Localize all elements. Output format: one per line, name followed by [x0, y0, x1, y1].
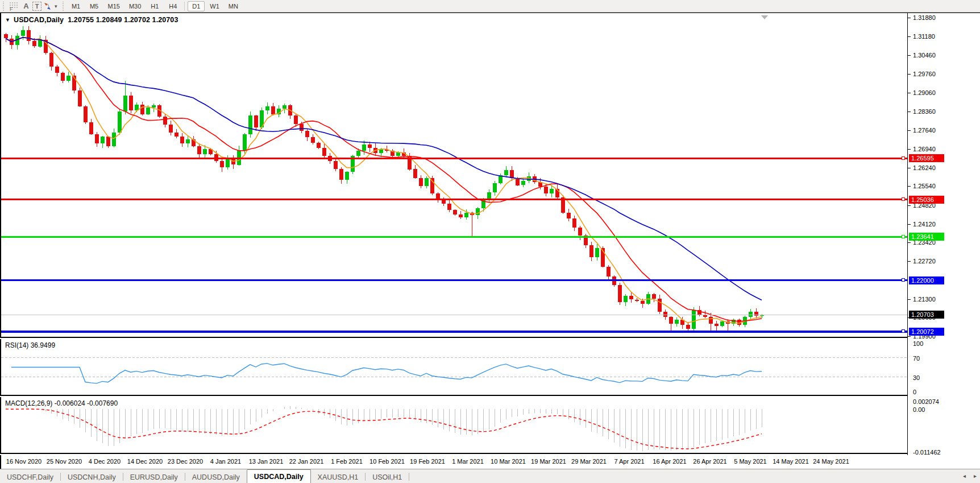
current-price-badge: 1.20703	[909, 311, 944, 319]
price-tick-label: 1.25540	[913, 183, 936, 189]
date-tick-label: 14 May 2021	[773, 458, 809, 465]
price-tick-label: 1.27640	[913, 127, 936, 134]
text-icon[interactable]: A	[20, 1, 32, 11]
date-tick-label: 14 Dec 2020	[127, 458, 163, 465]
support-resistance-line[interactable]	[1, 158, 907, 159]
date-tick-label: 10 Mar 2021	[491, 458, 526, 465]
macd-tick-label: 0.00	[913, 406, 925, 413]
date-tick-label: 19 Mar 2021	[531, 458, 566, 465]
chart-title-ohlc: 1.20755 1.20849 1.20702 1.20703	[68, 16, 178, 24]
timeframe-toolbar: M1M5M15M30H1H4D1W1MN	[67, 1, 243, 11]
chart-tab-usoil[interactable]: USOil,H1	[366, 471, 409, 483]
date-tick-label: 25 Nov 2020	[47, 458, 82, 465]
line-handle[interactable]	[902, 278, 905, 282]
rsi-panel[interactable]: RSI(14) 36.9499	[0, 339, 907, 396]
price-tick-label: 1.24120	[913, 221, 936, 228]
candlestick-plot	[1, 13, 907, 338]
timeframe-button-m15[interactable]: M15	[104, 1, 124, 11]
date-tick-label: 22 Jan 2021	[289, 458, 324, 465]
price-tick-label: 1.29060	[913, 89, 936, 96]
macd-panel[interactable]: MACD(12,26,9) -0.006024 -0.007690	[0, 397, 907, 454]
mt4-terminal: { "toolbar": { "icons": [ {"name": "fibo…	[0, 0, 980, 483]
date-tick-label: 29 Mar 2021	[571, 458, 607, 465]
chart-tab-usdchf[interactable]: USDCHF,Daily	[0, 471, 60, 483]
line-handle[interactable]	[902, 156, 905, 160]
svg-text:F: F	[10, 6, 13, 11]
price-tick-label: 1.26240	[913, 164, 936, 171]
support-resistance-line[interactable]	[1, 236, 907, 238]
date-tick-label: 13 Jan 2021	[249, 458, 284, 465]
date-tick-label: 4 Jan 2021	[210, 458, 241, 465]
macd-plot	[1, 397, 907, 454]
price-tick-label: 1.29760	[913, 71, 936, 77]
line-handle[interactable]	[902, 197, 905, 201]
arrows-dropdown-caret[interactable]: ▾	[55, 3, 57, 9]
chart-shift-marker-icon[interactable]	[761, 15, 768, 19]
price-tick-label: 1.30460	[913, 52, 936, 59]
toolbar-grip-2[interactable]	[61, 2, 65, 11]
tab-separator	[409, 473, 409, 481]
line-handle[interactable]	[902, 235, 905, 238]
toolbar-separator	[184, 2, 185, 11]
chart-tab-eurusd[interactable]: EURUSD,Daily	[123, 471, 185, 483]
price-tick-label: 1.22720	[913, 258, 936, 265]
arrows-icon[interactable]	[41, 1, 54, 11]
date-tick-label: 23 Dec 2020	[168, 458, 203, 465]
price-level-badge: 1.26595	[909, 154, 944, 162]
date-axis[interactable]: 16 Nov 202025 Nov 20204 Dec 202014 Dec 2…	[0, 455, 907, 469]
date-tick-label: 16 Apr 2021	[653, 458, 686, 465]
text-label-icon[interactable]: T	[32, 2, 41, 11]
price-level-badge: 1.25036	[909, 196, 944, 204]
date-tick-label: 1 Mar 2021	[452, 458, 484, 465]
rsi-tick-label: 100	[913, 340, 923, 347]
price-level-badge: 1.23641	[909, 233, 944, 241]
macd-tick-label: -0.011462	[913, 449, 941, 456]
chart-tab-audusd[interactable]: AUDUSD,Daily	[185, 471, 247, 483]
date-tick-label: 10 Feb 2021	[369, 458, 405, 465]
support-resistance-line[interactable]	[1, 199, 907, 200]
rsi-plot	[1, 339, 907, 396]
main-price-chart[interactable]: ▼USDCAD,Daily 1.20755 1.20849 1.20702 1.…	[0, 13, 907, 338]
chart-title-symbol: USDCAD,Daily	[14, 16, 64, 24]
tab-scroll-right-icon[interactable]: ▸	[974, 473, 977, 480]
price-tick-label: 1.26940	[913, 146, 936, 152]
tab-scroll-left-icon[interactable]: ◂	[963, 473, 966, 480]
chart-tab-xauusd[interactable]: XAUUSD,H1	[311, 471, 366, 483]
fibonacci-icon[interactable]: F	[7, 1, 20, 11]
price-tick-label: 1.31180	[913, 33, 935, 40]
tab-scroll-controls: ◂ ▸	[963, 473, 977, 480]
price-level-badge: 1.20072	[909, 328, 944, 336]
timeframe-button-h4[interactable]: H4	[164, 1, 181, 11]
rsi-tick-label: 30	[913, 374, 920, 381]
top-toolbar: F A T ▾ M1M5M15M30H1H4D1W1MN	[0, 0, 980, 13]
support-resistance-line[interactable]	[1, 279, 907, 281]
price-tick-label: 1.28360	[913, 108, 936, 115]
toolbar-grip[interactable]	[2, 2, 6, 11]
date-tick-label: 16 Nov 2020	[6, 458, 41, 465]
price-level-badge: 1.22000	[909, 276, 944, 284]
line-handle[interactable]	[902, 329, 905, 333]
chart-tab-usdcnh[interactable]: USDCNH,Daily	[61, 471, 123, 483]
timeframe-button-mn[interactable]: MN	[225, 1, 242, 11]
timeframe-button-d1[interactable]: D1	[188, 1, 205, 11]
timeframe-button-m1[interactable]: M1	[68, 1, 85, 11]
date-tick-label: 19 Feb 2021	[410, 458, 445, 465]
chart-title: ▼USDCAD,Daily 1.20755 1.20849 1.20702 1.…	[5, 16, 178, 24]
rsi-tick-label: 70	[913, 355, 920, 362]
timeframe-button-m30[interactable]: M30	[125, 1, 145, 11]
current-price-line	[1, 315, 907, 315]
timeframe-button-m5[interactable]: M5	[86, 1, 103, 11]
date-tick-label: 5 May 2021	[734, 458, 766, 465]
chart-tab-usdcad[interactable]: USDCAD,Daily	[247, 469, 311, 483]
date-tick-label: 24 May 2021	[813, 458, 849, 465]
price-axis[interactable]: 1.31880 1.31180 1.30460 1.29760 1.29060 …	[907, 13, 980, 455]
rsi-label: RSI(14) 36.9499	[5, 341, 55, 349]
price-tick-label: 1.21300	[913, 296, 936, 303]
date-tick-label: 4 Dec 2020	[89, 458, 121, 465]
timeframe-button-h1[interactable]: H1	[146, 1, 163, 11]
macd-tick-label: 0.002074	[913, 398, 939, 405]
timeframe-button-w1[interactable]: W1	[206, 1, 223, 11]
support-resistance-line[interactable]	[1, 331, 907, 333]
collapse-triangle-icon[interactable]: ▼	[5, 17, 10, 23]
rsi-tick-label: 0	[913, 389, 916, 395]
